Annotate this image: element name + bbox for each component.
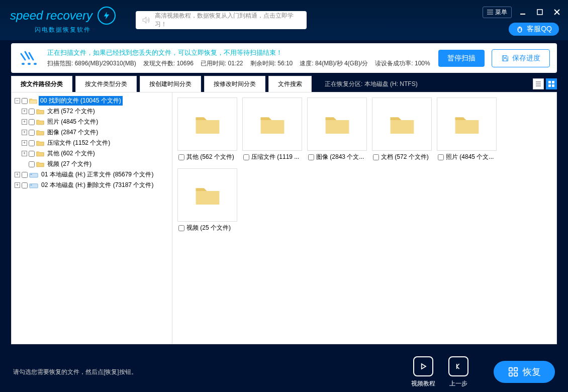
tree-panel[interactable]: − 00 找到的文件 (10045 个文件) + 文档 (572 个文件) + … — [12, 92, 172, 344]
grid-item[interactable]: 文档 (572 个文件) — [372, 97, 432, 163]
expand-icon[interactable]: + — [22, 151, 27, 156]
folder-icon — [259, 113, 286, 136]
tree-checkbox[interactable] — [29, 161, 35, 167]
read-rate: 读设备成功率: 100% — [375, 59, 430, 68]
qq-support-button[interactable]: 客服QQ — [509, 23, 559, 36]
tree-child[interactable]: + 文档 (572 个文件) — [21, 106, 170, 117]
grid-thumbnail — [177, 168, 237, 222]
tree-drive-2[interactable]: + 02 本地磁盘 (H:) 删除文件 (73187 个文件) — [14, 180, 170, 190]
tree-checkbox[interactable] — [22, 98, 28, 104]
maximize-button[interactable] — [534, 6, 546, 18]
tree-checkbox[interactable] — [29, 119, 35, 125]
expand-icon[interactable]: + — [22, 130, 27, 135]
svg-rect-12 — [30, 173, 38, 177]
recover-label: 恢复 — [523, 366, 541, 378]
svg-point-7 — [34, 63, 37, 65]
tree-child[interactable]: + 图像 (2847 个文件) — [21, 127, 170, 138]
grid-checkbox[interactable] — [308, 154, 314, 160]
grid-item[interactable]: 压缩文件 (1119 ... — [242, 97, 302, 163]
expand-icon[interactable]: + — [22, 109, 27, 114]
tab-type[interactable]: 按文件类型分类 — [75, 76, 137, 92]
tree-child[interactable]: + 压缩文件 (1152 个文件) — [21, 138, 170, 148]
tree-child[interactable]: + 其他 (602 个文件) — [21, 148, 170, 159]
folder-icon — [389, 113, 416, 136]
svg-rect-0 — [537, 10, 542, 15]
svg-rect-19 — [514, 373, 517, 376]
grid-item[interactable]: 其他 (562 个文件) — [177, 97, 237, 163]
tree-checkbox[interactable] — [22, 182, 28, 188]
grid-checkbox[interactable] — [178, 154, 184, 160]
folder-icon — [36, 108, 44, 115]
tree-drive-1[interactable]: + 01 本地磁盘 (H:) 正常文件 (85679 个文件) — [14, 169, 170, 180]
expand-icon[interactable]: + — [15, 182, 20, 188]
grid-item[interactable]: 视频 (25 个文件) — [177, 168, 237, 234]
tree-child[interactable]: 视频 (27 个文件) — [21, 159, 170, 169]
grid-item[interactable]: 图像 (2843 个文... — [307, 97, 367, 163]
tree-checkbox[interactable] — [29, 130, 35, 136]
tree-root[interactable]: − 00 找到的文件 (10045 个文件) — [14, 95, 170, 106]
grid-caption: 图像 (2843 个文... — [307, 151, 367, 163]
folder-icon — [194, 113, 221, 136]
tree-label: 文档 (572 个文件) — [46, 107, 97, 116]
grid-view-button[interactable] — [546, 78, 557, 89]
grid-checkbox[interactable] — [438, 154, 444, 160]
tab-path[interactable]: 按文件路径分类 — [11, 76, 72, 92]
svg-rect-18 — [509, 373, 512, 376]
tree-checkbox[interactable] — [22, 172, 28, 178]
minimize-icon — [519, 9, 526, 16]
status-details: 扫描范围: 6896(MB)/290310(MB) 发现文件数: 10696 已… — [47, 59, 431, 68]
pause-scan-button[interactable]: 暂停扫描 — [438, 50, 485, 67]
folder-icon — [453, 113, 481, 136]
save-progress-button[interactable]: 保存进度 — [492, 49, 550, 67]
scan-range: 扫描范围: 6896(MB)/290310(MB) — [47, 59, 136, 68]
bolt-icon — [98, 7, 116, 25]
minimize-button[interactable] — [517, 6, 529, 18]
grid-thumbnail — [307, 97, 367, 151]
folder-icon — [36, 119, 44, 126]
grid-caption-text: 其他 (562 个文件) — [186, 153, 236, 161]
expand-icon[interactable]: + — [22, 140, 27, 146]
tree-label: 图像 (2847 个文件) — [46, 128, 100, 137]
tab-created[interactable]: 按创建时间分类 — [140, 76, 201, 92]
tree-checkbox[interactable] — [29, 151, 35, 157]
grid-thumbnail — [437, 97, 497, 151]
partition-info: 正在恢复分区: 本地磁盘 (H: NTFS) — [325, 80, 418, 88]
grid-checkbox[interactable] — [373, 154, 379, 160]
tree-child[interactable]: + 照片 (4845 个文件) — [21, 117, 170, 127]
expand-icon[interactable]: + — [15, 172, 20, 177]
grid-checkbox[interactable] — [243, 154, 249, 160]
recover-icon — [508, 366, 519, 377]
tab-search[interactable]: 文件搜索 — [268, 76, 312, 92]
tutorial-bar[interactable]: 高清视频教程，数据恢复从入门到精通，点击立即学习！ — [136, 11, 307, 29]
menu-button[interactable]: 菜单 — [483, 7, 512, 18]
scan-icon — [18, 50, 40, 67]
back-icon — [448, 356, 468, 376]
svg-rect-10 — [548, 84, 551, 87]
grid-panel[interactable]: 其他 (562 个文件) 压缩文件 (1119 ... 图像 (2843 个文.… — [172, 92, 556, 344]
prev-step-button[interactable]: 上一步 — [448, 356, 468, 388]
tree-checkbox[interactable] — [29, 109, 35, 115]
grid-caption: 视频 (25 个文件) — [177, 222, 237, 234]
elapsed-time: 已用时间: 01:22 — [201, 59, 243, 68]
grid-item[interactable]: 照片 (4845 个文... — [437, 97, 497, 163]
grid-caption: 照片 (4845 个文... — [437, 151, 497, 163]
tab-modified[interactable]: 按修改时间分类 — [204, 76, 265, 92]
penguin-icon — [516, 25, 524, 33]
status-message: 正在扫描文件，如果已经找到您丢失的文件，可以立即恢复，不用等待扫描结束！ — [47, 48, 431, 57]
collapse-icon[interactable]: − — [15, 98, 20, 104]
svg-rect-13 — [30, 174, 32, 175]
grid-checkbox[interactable] — [178, 225, 184, 231]
tree-checkbox[interactable] — [29, 140, 35, 146]
window-controls: 菜单 — [483, 6, 563, 18]
grid-thumbnail — [372, 97, 432, 151]
status-text-column: 正在扫描文件，如果已经找到您丢失的文件，可以立即恢复，不用等待扫描结束！ 扫描范… — [47, 48, 431, 68]
folder-icon — [194, 183, 221, 207]
close-button[interactable] — [551, 6, 563, 18]
svg-rect-11 — [552, 84, 554, 87]
expand-icon[interactable]: + — [22, 119, 27, 125]
list-view-button[interactable] — [533, 78, 544, 89]
play-icon — [413, 356, 433, 376]
footer-buttons: 视频教程 上一步 恢复 — [411, 356, 555, 388]
recover-button[interactable]: 恢复 — [494, 361, 555, 383]
video-tutorial-button[interactable]: 视频教程 — [411, 356, 435, 388]
